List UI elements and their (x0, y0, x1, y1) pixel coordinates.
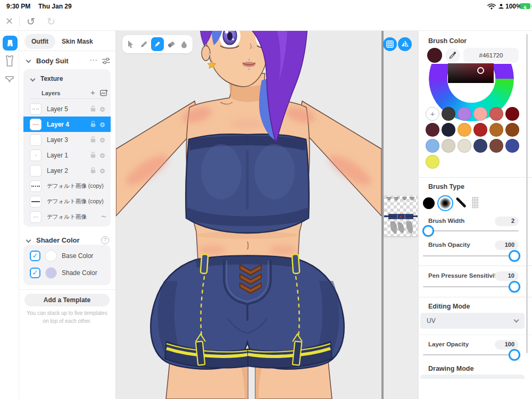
brush-type-texture[interactable] (472, 197, 479, 209)
palette-swatch[interactable] (489, 123, 503, 137)
layer-row[interactable]: デフォルト画像 〜 (23, 209, 111, 225)
more-options-icon[interactable]: ⋯ (89, 55, 98, 65)
palette-swatch[interactable] (489, 107, 503, 121)
close-icon[interactable]: ✕ (5, 16, 13, 26)
grid-toggle-button[interactable] (383, 37, 397, 51)
checkbox-checked[interactable]: ✓ (30, 251, 40, 261)
layer-row[interactable]: Layer 3 (23, 132, 111, 147)
palette-swatch[interactable] (458, 107, 471, 121)
brush-width-value[interactable]: 2 (495, 217, 519, 226)
lock-icon[interactable] (90, 151, 100, 160)
pen-pressure-thumb[interactable] (509, 281, 520, 293)
layer-row[interactable]: Layer 5 (23, 101, 111, 117)
battery-icon (520, 3, 530, 9)
drawing-mode-select-partial[interactable] (420, 375, 525, 379)
chevron-down-icon[interactable] (26, 238, 31, 243)
lock-icon[interactable] (90, 135, 100, 145)
lock-icon[interactable] (90, 166, 100, 176)
color-picker-indicator[interactable] (477, 67, 484, 74)
palette-swatch[interactable] (426, 123, 439, 137)
layer-row[interactable]: Layer 1 (23, 147, 111, 163)
saturation-value-box[interactable] (448, 63, 494, 83)
palette-swatch[interactable] (426, 155, 439, 169)
eyedropper-button[interactable] (445, 48, 460, 63)
palette-swatch[interactable] (473, 123, 487, 137)
palette-swatch[interactable] (473, 107, 487, 121)
tab-skin-mask[interactable]: Skin Mask (62, 38, 93, 45)
chevron-down-icon[interactable] (26, 58, 31, 63)
layer-opacity-thumb[interactable] (509, 349, 520, 361)
lock-icon[interactable] (90, 120, 100, 129)
add-image-icon[interactable] (100, 89, 108, 96)
shader-option-label: Shade Color (62, 269, 97, 277)
palette-swatch[interactable] (505, 123, 519, 137)
help-icon[interactable]: ? (101, 236, 109, 244)
add-layer-icon[interactable]: + (90, 88, 95, 97)
tool-pen[interactable] (138, 37, 150, 51)
brush-opacity-value[interactable]: 100 (495, 240, 519, 250)
status-bar: 9:30 PM Thu Jan 29 100% (0, 0, 532, 13)
add-template-button[interactable]: Add a Template (24, 294, 110, 306)
pen-pressure-value[interactable]: 10 (495, 271, 519, 281)
palette-swatch[interactable] (489, 139, 503, 153)
layer-name: デフォルト画像 (47, 213, 101, 221)
pen-pressure-slider[interactable] (423, 286, 519, 287)
brush-opacity-thumb[interactable] (509, 250, 520, 262)
redo-icon[interactable]: ↻ (47, 15, 55, 28)
shader-option-shade[interactable]: ✓ Shade Color (30, 267, 97, 279)
brush-width-slider[interactable] (423, 230, 519, 231)
layer-name: Layer 4 (47, 121, 90, 128)
chevron-down-icon[interactable] (30, 77, 36, 82)
visibility-toggle-icon[interactable] (100, 104, 111, 114)
add-swatch-button[interactable]: + (426, 107, 439, 121)
undo-icon[interactable]: ↺ (27, 15, 35, 28)
layer-row-selected[interactable]: Layer 4 (23, 117, 111, 132)
visibility-toggle-icon[interactable] (100, 166, 111, 176)
texture-preview[interactable] (384, 196, 418, 236)
palette-swatch[interactable] (442, 123, 455, 137)
lock-icon[interactable] (90, 104, 100, 114)
status-date: Thu Jan 29 (38, 3, 72, 10)
layer-opacity-slider[interactable] (423, 354, 519, 355)
checkbox-checked[interactable]: ✓ (30, 268, 40, 278)
palette-swatch[interactable] (473, 139, 487, 153)
tool-eraser[interactable] (165, 37, 177, 51)
rail-item-top[interactable] (5, 55, 14, 69)
visibility-toggle-icon[interactable] (100, 135, 111, 145)
palette-swatch[interactable] (458, 139, 471, 153)
character-model[interactable] (116, 31, 381, 399)
panel-scrollbar[interactable] (526, 34, 528, 353)
tool-select[interactable] (124, 37, 137, 51)
palette-swatch[interactable] (442, 139, 455, 153)
canvas-viewport[interactable] (116, 31, 381, 399)
tool-blend[interactable] (178, 37, 190, 51)
layer-row[interactable]: デフォルト画像 (copy) (23, 178, 111, 194)
hex-color-input[interactable]: #461720 (463, 48, 519, 63)
brush-type-soft-selected[interactable] (437, 195, 453, 211)
filter-sliders-icon[interactable] (102, 57, 110, 64)
palette-swatch[interactable] (505, 139, 519, 153)
visibility-toggle-icon[interactable] (100, 151, 111, 160)
brush-opacity-slider[interactable] (423, 255, 519, 256)
tab-outfit[interactable]: Outfit (24, 34, 55, 49)
tool-marker-selected[interactable] (151, 37, 163, 51)
shader-option-base[interactable]: ✓ Base Color (30, 250, 93, 262)
palette-swatch[interactable] (426, 139, 439, 153)
layer-row[interactable]: Layer 2 (23, 163, 111, 178)
mirror-toggle-button[interactable] (398, 37, 412, 51)
editing-mode-select[interactable]: UV (420, 313, 525, 329)
palette-swatch[interactable] (505, 107, 519, 121)
layer-opacity-value[interactable]: 100 (495, 340, 519, 350)
layer-row[interactable]: デフォルト画像 (copy) (23, 194, 111, 209)
layers-header: Layers (41, 90, 60, 96)
tank-top-icon (5, 55, 14, 67)
palette-swatch[interactable] (458, 123, 471, 137)
brush-type-solid[interactable] (423, 197, 435, 209)
current-brush-color-swatch[interactable] (427, 48, 442, 63)
palette-swatch[interactable] (442, 107, 455, 121)
rail-item-pants[interactable] (3, 36, 18, 51)
rail-item-bottom[interactable] (5, 76, 14, 85)
brush-width-thumb[interactable] (422, 225, 434, 237)
visibility-toggle-icon[interactable] (100, 120, 111, 129)
brush-type-stroke[interactable] (455, 197, 467, 209)
